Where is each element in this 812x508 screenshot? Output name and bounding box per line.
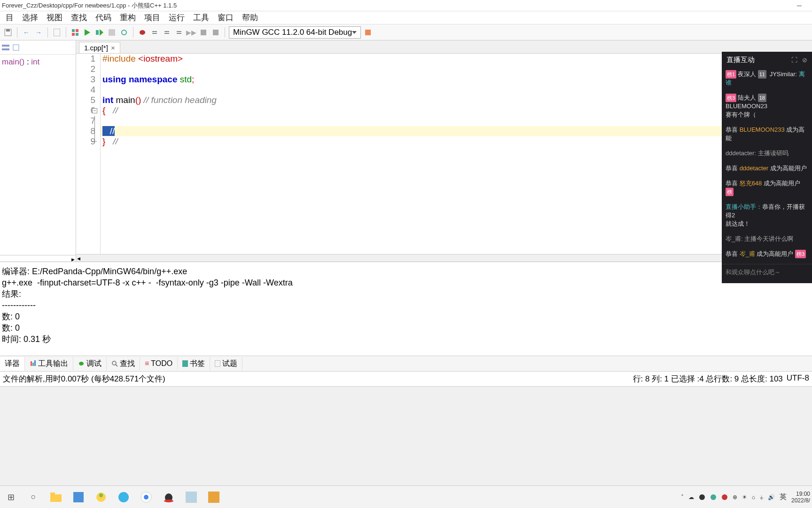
wifi-icon[interactable]: ⏚: [760, 494, 763, 500]
settings-icon[interactable]: [363, 27, 373, 38]
menu-item[interactable]: 工具: [189, 11, 213, 24]
file-icon[interactable]: [52, 27, 62, 38]
svg-rect-19: [201, 30, 206, 35]
chat-message: 恭喜 BLUEMOON233 成为高能: [726, 126, 808, 143]
menu-item[interactable]: 窗口: [214, 11, 237, 24]
menu-item[interactable]: 选择: [18, 11, 42, 24]
tray-icon[interactable]: [721, 494, 728, 500]
editor-tab[interactable]: 1.cpp[*] ×: [79, 42, 120, 53]
tree-fn-label: main(): [2, 57, 24, 66]
chrome-icon[interactable]: [139, 490, 153, 504]
compile-icon[interactable]: [70, 27, 80, 38]
tray-icon[interactable]: [710, 494, 717, 500]
expand-icon[interactable]: ⛶: [791, 56, 797, 64]
forward-icon[interactable]: →: [33, 27, 44, 38]
back-icon[interactable]: ←: [21, 27, 31, 38]
svg-point-12: [140, 30, 145, 35]
tray-icon[interactable]: ☀: [742, 494, 747, 500]
app-icon[interactable]: [184, 490, 198, 504]
clock[interactable]: 19:00 2022/8/: [791, 491, 810, 504]
menu-item[interactable]: 帮助: [238, 11, 262, 24]
svg-rect-34: [50, 492, 55, 495]
tray-chevron-icon[interactable]: ˄: [681, 494, 684, 500]
class-icon[interactable]: [12, 44, 20, 51]
ime-label[interactable]: 英: [780, 492, 787, 501]
step-into-icon[interactable]: [162, 27, 172, 38]
continue-icon[interactable]: ▶▶: [186, 27, 196, 38]
svg-point-28: [79, 362, 84, 365]
bottom-tab[interactable]: 工具输出: [25, 357, 73, 371]
editor-hscroll[interactable]: ◂▸: [76, 254, 812, 262]
svg-rect-20: [213, 30, 219, 35]
tree-icon[interactable]: [2, 44, 9, 51]
compiler-label: MinGW GCC 11.2.0 64-bit Debug: [233, 28, 352, 37]
minimize-button[interactable]: ─: [789, 2, 810, 9]
start-icon[interactable]: ⊞: [4, 490, 18, 504]
svg-point-38: [118, 492, 129, 502]
bottom-tab[interactable]: 调试: [73, 357, 107, 371]
bottom-tab[interactable]: 书签: [178, 357, 210, 371]
compiler-dropdown[interactable]: MinGW GCC 11.2.0 64-bit Debug: [229, 26, 361, 39]
tray-icon[interactable]: ⊕: [733, 494, 737, 500]
svg-rect-16: [164, 33, 169, 34]
edge-icon[interactable]: [117, 490, 131, 504]
live-chat-panel: 直播互动 ⛶⊘ 榜1夜深人 11 JYSimilar: 离谁 榜3陆夫人 18 …: [722, 52, 812, 283]
run-icon[interactable]: [82, 27, 93, 38]
editor-tabbar: 1.cpp[*] ×: [76, 40, 812, 54]
search-icon[interactable]: ○: [26, 490, 40, 504]
menu-item[interactable]: 运行: [165, 11, 188, 24]
mute-icon[interactable]: ⊘: [802, 56, 807, 64]
window-title: Forever_Czz/Desktop/cpp/For newbees/1.cp…: [2, 1, 177, 10]
tray-icon[interactable]: ⌂: [752, 494, 755, 500]
volume-icon[interactable]: 🔊: [768, 494, 775, 500]
svg-point-46: [710, 494, 716, 500]
chat-message: 榜1夜深人 11 JYSimilar: 离谁: [726, 70, 808, 87]
svg-rect-24: [13, 45, 19, 50]
menu-item[interactable]: 代码: [92, 11, 115, 24]
svg-rect-14: [152, 33, 157, 34]
cursor-position: 行: 8 列: 1 已选择 :4 总行数: 9 总长度: 103: [633, 373, 783, 384]
code-body[interactable]: #include <iostream> using namespace std;…: [101, 54, 812, 254]
close-icon[interactable]: ×: [111, 44, 115, 52]
stop-icon[interactable]: [198, 27, 209, 38]
symbol-tree[interactable]: main() : int: [0, 55, 76, 255]
qq-icon[interactable]: [162, 490, 176, 504]
chat-message: 岑_甫: 主播今天讲什么啊: [726, 235, 808, 243]
svg-rect-17: [177, 31, 181, 32]
panel-scroll-handle[interactable]: ▸: [0, 255, 76, 262]
save-icon[interactable]: [3, 27, 13, 38]
svg-rect-18: [177, 33, 181, 34]
debug-icon[interactable]: [137, 27, 148, 38]
svg-rect-4: [76, 29, 78, 32]
bottom-tab[interactable]: 译器: [0, 357, 25, 371]
explorer-icon[interactable]: [49, 490, 63, 504]
parse-status-label: 文件的解析,用时0.007秒 (每秒428.571个文件): [3, 373, 165, 384]
app-icon[interactable]: [94, 490, 108, 504]
bottom-tab[interactable]: 查找: [107, 357, 140, 371]
stop2-icon[interactable]: [211, 27, 221, 38]
compile-run-icon[interactable]: [94, 27, 105, 38]
menu-item[interactable]: 视图: [43, 11, 66, 24]
app-icon[interactable]: [71, 490, 86, 504]
bottom-tab[interactable]: 试题: [210, 357, 242, 371]
chat-input[interactable]: 和观众聊点什么吧～: [722, 264, 812, 280]
tray-icon[interactable]: ☁: [688, 494, 694, 500]
chat-title: 直播互动: [726, 56, 755, 64]
svg-rect-8: [96, 30, 99, 35]
fold-toggle[interactable]: −: [92, 108, 97, 113]
rebuild-icon[interactable]: [107, 27, 117, 38]
menu-item[interactable]: 查找: [67, 11, 91, 24]
menu-item[interactable]: 重构: [116, 11, 140, 24]
menu-item[interactable]: 项目: [141, 11, 164, 24]
code-editor[interactable]: 123456789 #include <iostream> using name…: [76, 54, 812, 254]
step-over-icon[interactable]: [149, 27, 160, 38]
build-icon[interactable]: [119, 27, 129, 38]
menu-item[interactable]: 目: [2, 11, 17, 24]
step-out-icon[interactable]: [174, 27, 184, 38]
bottom-tab[interactable]: ≡TODO: [140, 357, 178, 370]
side-panel: main() : int ▸: [0, 40, 76, 262]
devcpp-icon[interactable]: [207, 490, 221, 504]
tray-icon[interactable]: [699, 494, 705, 500]
svg-rect-25: [31, 361, 32, 366]
svg-rect-43: [186, 492, 197, 503]
